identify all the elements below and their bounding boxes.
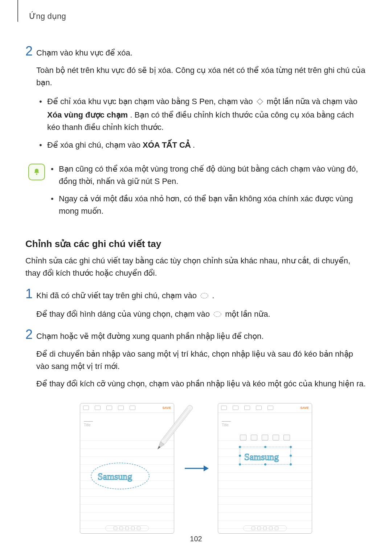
svg-point-12 [239,446,241,448]
note-bullet-1: Bạn cũng có thể xóa một vùng trong chế đ… [48,163,367,188]
toolbar-icon [118,406,124,410]
svg-point-19 [290,455,292,457]
svg-line-7 [163,408,188,439]
page-number: 102 [0,535,392,543]
toolbar-icon [256,406,262,410]
step-2: 2 Chạm vào khu vực để xóa. Toàn bộ nét t… [25,45,367,156]
toolbar-icon [106,406,112,410]
text: một lần nữa và chạm vào [267,97,358,106]
bottom-dock [105,525,149,531]
phone-right-topbar: SAVE [218,403,312,413]
step-2-bullet-1: Để chỉ xóa khu vực bạn chạm vào bằng S P… [36,95,367,134]
text: . [193,140,195,149]
svg-point-16 [264,446,266,448]
save-label: SAVE [300,406,309,410]
note-title-placeholder: Title [222,423,308,427]
toolbar-icon [268,406,273,410]
text: Để xóa ghi chú, chạm vào [47,140,143,149]
handwriting-sample: Samsung [244,452,279,462]
edit-step-2: 2 Chạm hoặc vẽ một đường xung quanh phần… [25,328,367,390]
svg-point-14 [239,463,241,465]
step-number-1: 1 [25,287,36,321]
toolbar-icon [221,406,227,410]
phone-right: SAVE Title [218,403,312,534]
svg-rect-4 [160,404,193,444]
toolbar-icon [244,406,250,410]
svg-point-1 [201,293,208,298]
writing-area: Samsung [218,430,312,524]
svg-point-18 [239,455,241,457]
edit-step-2-line-2: Để di chuyển bản nhập vào sang một vị tr… [36,348,367,373]
bottom-dock [243,525,287,531]
section-intro: Chỉnh sửa các ghi chú viết tay bằng các … [25,255,367,279]
toolbar-icon [130,406,135,410]
s-pen-graphic [138,396,207,465]
step-2-bullet-2: Để xóa ghi chú, chạm vào XÓA TẤT CẢ . [36,139,367,151]
svg-point-13 [290,446,292,448]
header-rule [17,0,18,22]
svg-line-8 [166,410,191,441]
category-chip [222,417,231,422]
arrow-right-icon [174,464,218,473]
edit-step-1-line-2: Để thay đổi hình dáng của vùng chọn, chạ… [36,308,367,321]
step-number-2b: 2 [25,328,36,390]
category-chip [84,417,93,422]
svg-point-15 [290,463,292,465]
header-title: Ứng dụng [25,0,367,21]
edit-step-2-line-1: Chạm hoặc vẽ một đường xung quanh phần n… [36,330,367,342]
illustration: SAVE Title Samsung [25,403,367,534]
toolbar-icon [233,406,238,410]
step-2-title: Chạm vào khu vực để xóa. [36,47,367,59]
section-heading: Chỉnh sửa các ghi chú viết tay [25,238,367,250]
text: Để thay đổi hình dáng của vùng chọn, chạ… [36,309,212,319]
bold-text: Xóa vùng được chạm [47,110,128,119]
text: Để chỉ xóa khu vực bạn chạm vào bằng S P… [47,97,255,106]
edit-step-1: 1 Khi đã có chữ viết tay trên ghi chú, c… [25,287,367,321]
toolbar-icon [83,406,89,410]
step-2-para: Toàn bộ nét trên khu vực đó sẽ bị xóa. C… [36,64,367,89]
edit-step-2-line-3: Để thay đổi kích cỡ vùng chọn, chạm vào … [36,378,367,390]
handwriting-sample: Samsung [98,471,132,482]
text: Khi đã có chữ viết tay trên ghi chú, chạ… [36,291,199,300]
text: một lần nữa. [225,309,270,319]
svg-point-17 [264,463,266,465]
lasso-select-icon [213,309,222,321]
edit-step-1-line-1: Khi đã có chữ viết tay trên ghi chú, chạ… [36,290,367,303]
svg-marker-10 [204,465,209,471]
lasso-select-icon [200,291,209,303]
svg-point-0 [36,173,37,175]
eraser-diamond-icon [256,97,264,109]
note-bell-icon [28,164,45,180]
step-number-2: 2 [25,45,36,156]
svg-point-2 [214,312,221,317]
bold-text: XÓA TẤT CẢ [143,140,191,149]
note-block: Bạn cũng có thể xóa một vùng trong chế đ… [25,163,367,222]
note-bullet-2: Ngay cả với một đầu xóa nhỏ hơn, có thể … [48,193,367,217]
toolbar-icon [95,406,101,410]
text: . [212,291,214,300]
